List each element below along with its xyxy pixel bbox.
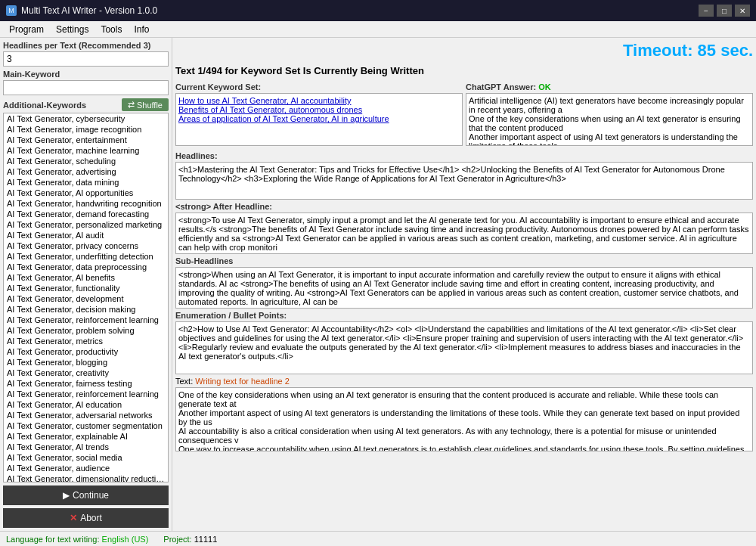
keyword-item[interactable]: AI Text Generator, AI audit xyxy=(4,230,168,240)
keyword-item[interactable]: AI Text Generator, data mining xyxy=(4,177,168,188)
abort-x-icon: ✕ xyxy=(70,513,77,523)
keyword-item[interactable]: AI Text Generator, audience xyxy=(4,463,168,473)
keyword-item[interactable]: AI Text Generator, handwriting recogniti… xyxy=(4,198,168,209)
language-value: English (US) xyxy=(102,535,149,544)
headlines-box: <h1>Mastering the AI Text Generator: Tip… xyxy=(175,162,753,200)
keyword-item[interactable]: AI Text Generator, problem solving xyxy=(4,325,168,336)
project-label: Project: 11111 xyxy=(163,535,217,544)
keyword-item[interactable]: AI Text Generator, entertainment xyxy=(4,135,168,145)
writing-text-box: One of the key considerations when using… xyxy=(175,387,753,451)
title-bar: M Multi Text AI Writer - Version 1.0.0 −… xyxy=(0,0,756,21)
keyword-item[interactable]: AI Text Generator, reinforcement learnin… xyxy=(4,389,168,399)
main-keyword-label: Main-Keyword xyxy=(3,70,169,79)
after-headline-box: <strong>To use AI Text Generator, simply… xyxy=(175,213,753,254)
keyword-item[interactable]: AI Text Generator, AI education xyxy=(4,399,168,410)
keyword-item[interactable]: AI Text Generator, metrics xyxy=(4,336,168,346)
keyword-item[interactable]: AI Text Generator, AI trends xyxy=(4,442,168,452)
keyword-item[interactable]: AI Text Generator, fairness testing xyxy=(4,378,168,389)
sub-headlines-box: <strong>When using an AI Text Generator,… xyxy=(175,267,753,309)
keyword-item[interactable]: AI Text Generator, machine learning xyxy=(4,145,168,156)
timeout-display: Timeout: 85 sec. xyxy=(175,41,753,60)
menu-item-tools[interactable]: Tools xyxy=(94,23,128,36)
keyword-item[interactable]: AI Text Generator, decision making xyxy=(4,304,168,315)
play-icon: ▶ xyxy=(63,490,70,501)
main-keyword-input[interactable] xyxy=(3,80,169,95)
chatgpt-answer-col: ChatGPT Answer: OK Artificial intelligen… xyxy=(466,82,753,146)
keyword-item[interactable]: AI Text Generator, adversarial networks xyxy=(4,410,168,420)
additional-keywords-label: Additional-Keywords xyxy=(3,101,86,110)
maximize-button[interactable]: □ xyxy=(717,5,732,17)
keyword-item[interactable]: AI Text Generator, scheduling xyxy=(4,156,168,166)
keyword-item[interactable]: AI Text Generator, development xyxy=(4,293,168,304)
keyword-item[interactable]: AI Text Generator, explainable AI xyxy=(4,431,168,442)
app-title: Multi Text AI Writer - Version 1.0.0 xyxy=(21,5,157,16)
keyword-item[interactable]: AI Text Generator, AI opportunities xyxy=(4,188,168,198)
keyword-item[interactable]: AI Text Generator, image recognition xyxy=(4,124,168,135)
left-panel: Headlines per Text (Recommended 3) Main-… xyxy=(0,38,172,531)
keyword-item[interactable]: AI Text Generator, social media xyxy=(4,452,168,463)
menu-item-info[interactable]: Info xyxy=(128,23,155,36)
shuffle-icon: ⇄ xyxy=(128,100,135,110)
headlines-per-text-input[interactable] xyxy=(3,51,169,67)
headlines-per-text-label: Headlines per Text (Recommended 3) xyxy=(3,41,169,50)
keyword-item[interactable]: AI Text Generator, underfitting detectio… xyxy=(4,251,168,262)
sub-headlines-label: Sub-Headlines xyxy=(175,256,753,265)
minimize-button[interactable]: − xyxy=(699,5,714,17)
app-icon: M xyxy=(6,5,17,16)
chatgpt-status-badge: OK xyxy=(538,82,551,92)
keyword-item[interactable]: AI Text Generator, productivity xyxy=(4,346,168,357)
current-keyword-set-label: Current Keyword Set: xyxy=(175,82,463,92)
current-keyword-item: Areas of application of AI Text Generato… xyxy=(178,114,460,123)
keyword-item[interactable]: AI Text Generator, advertising xyxy=(4,166,168,177)
writing-text-label: Text: Writing text for headline 2 xyxy=(175,377,753,386)
abort-button[interactable]: ✕ Abort xyxy=(3,508,169,528)
keyword-chatgpt-row: Current Keyword Set: How to use AI Text … xyxy=(175,82,753,146)
language-label: Language for text writing: English (US) xyxy=(6,535,148,544)
right-panel: Timeout: 85 sec. Text 1/494 for Keyword … xyxy=(172,38,756,531)
menu-item-settings[interactable]: Settings xyxy=(50,23,94,36)
keyword-item[interactable]: AI Text Generator, blogging xyxy=(4,357,168,368)
title-bar-left: M Multi Text AI Writer - Version 1.0.0 xyxy=(6,5,157,16)
shuffle-button[interactable]: ⇄ Shuffle xyxy=(122,98,169,111)
keyword-item[interactable]: AI Text Generator, reinforcement learnin… xyxy=(4,315,168,325)
chatgpt-answer-box: Artificial intelligence (AI) text genera… xyxy=(466,93,753,146)
continue-button[interactable]: ▶ Continue xyxy=(3,486,169,505)
keyword-item[interactable]: AI Text Generator, dimensionality reduct… xyxy=(4,473,168,482)
additional-keywords-header: Additional-Keywords ⇄ Shuffle xyxy=(3,98,169,111)
keywords-list[interactable]: AI Text Generator, cybersecurityAI Text … xyxy=(3,113,169,482)
project-value: 11111 xyxy=(194,535,218,544)
writing-title: Text 1/494 for Keyword Set Is Currently … xyxy=(175,64,753,78)
keyword-item[interactable]: AI Text Generator, customer segmentation xyxy=(4,420,168,431)
window-controls[interactable]: − □ ✕ xyxy=(699,5,750,17)
current-keyword-set-col: Current Keyword Set: How to use AI Text … xyxy=(175,82,463,146)
keyword-item[interactable]: AI Text Generator, creativity xyxy=(4,368,168,378)
after-headline-label: <strong> After Headline: xyxy=(175,202,753,211)
writing-for-label: Writing text for headline 2 xyxy=(195,377,290,386)
enum-box: <h2>How to Use AI Text Generator: AI Acc… xyxy=(175,321,753,374)
status-bar: Language for text writing: English (US) … xyxy=(0,531,756,546)
headlines-section-label: Headlines: xyxy=(175,151,753,160)
current-keyword-item: How to use AI Text Generator, AI account… xyxy=(178,96,460,105)
menu-item-program[interactable]: Program xyxy=(3,23,50,36)
close-button[interactable]: ✕ xyxy=(735,5,750,17)
keyword-item[interactable]: AI Text Generator, functionality xyxy=(4,283,168,293)
main-content: Headlines per Text (Recommended 3) Main-… xyxy=(0,38,756,531)
menu-bar: ProgramSettingsToolsInfo xyxy=(0,21,756,38)
chatgpt-answer-label: ChatGPT Answer: OK xyxy=(466,82,753,92)
keyword-item[interactable]: AI Text Generator, personalized marketin… xyxy=(4,219,168,230)
enum-label: Enumeration / Bullet Points: xyxy=(175,311,753,320)
keyword-item[interactable]: AI Text Generator, data preprocessing xyxy=(4,262,168,272)
keyword-item[interactable]: AI Text Generator, privacy concerns xyxy=(4,240,168,251)
keyword-item[interactable]: AI Text Generator, demand forecasting xyxy=(4,209,168,219)
current-keyword-item: Benefits of AI Text Generator, autonomou… xyxy=(178,105,460,114)
current-keyword-set-box: How to use AI Text Generator, AI account… xyxy=(175,93,463,146)
keyword-item[interactable]: AI Text Generator, AI benefits xyxy=(4,272,168,283)
keyword-item[interactable]: AI Text Generator, cybersecurity xyxy=(4,113,168,124)
